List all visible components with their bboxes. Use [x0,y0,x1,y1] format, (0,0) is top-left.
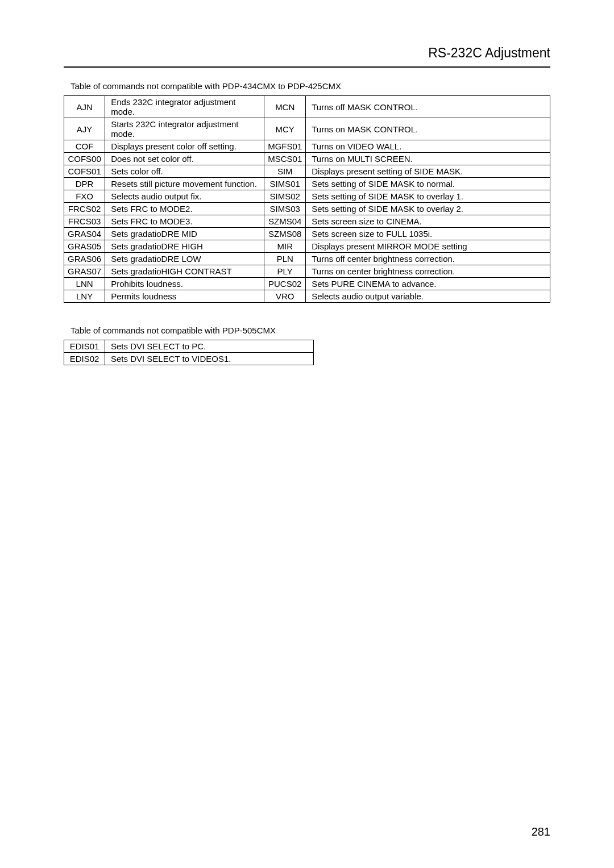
command-description: Sets setting of SIDE MASK to overlay 1. [306,190,550,203]
command-code: DPR [64,178,105,190]
table-row: COFS01Sets color off.SIMDisplays present… [64,165,550,178]
command-description: Sets DVI SELECT to VIDEOS1. [105,353,314,365]
command-code: SZMS04 [264,215,306,228]
command-code: MGFS01 [264,140,306,153]
table-row: FRCS03Sets FRC to MODE3.SZMS04Sets scree… [64,215,550,228]
command-code: COFS00 [64,153,105,165]
command-code: AJN [64,96,105,118]
command-code: VRO [264,290,306,303]
command-description: Turns off center brightness correction. [306,253,550,265]
commands-table-2: EDIS01Sets DVI SELECT to PC.EDIS02Sets D… [64,340,314,365]
command-code: EDIS01 [64,340,105,353]
command-code: FRCS02 [64,203,105,215]
command-description: Sets screen size to CINEMA. [306,215,550,228]
commands-table-1: AJNEnds 232C integrator adjustment mode.… [64,95,550,303]
command-code: MIR [264,240,306,253]
command-description: Sets gradatioDRE MID [105,228,264,240]
command-description: Displays present MIRROR MODE setting [306,240,550,253]
table-row: FRCS02Sets FRC to MODE2.SIMS03Sets setti… [64,203,550,215]
command-description: Sets setting of SIDE MASK to overlay 2. [306,203,550,215]
command-description: Sets DVI SELECT to PC. [105,340,314,353]
table-row: DPRResets still picture movement functio… [64,178,550,190]
command-description: Sets gradatioDRE LOW [105,253,264,265]
command-description: Sets screen size to FULL 1035i. [306,228,550,240]
table1-caption: Table of commands not compatible with PD… [70,81,550,91]
command-code: PLN [264,253,306,265]
table-row: GRAS06Sets gradatioDRE LOWPLNTurns off c… [64,253,550,265]
command-description: Turns on MULTI SCREEN. [306,153,550,165]
command-code: FRCS03 [64,215,105,228]
command-code: LNY [64,290,105,303]
command-description: Sets color off. [105,165,264,178]
command-description: Sets gradatioHIGH CONTRAST [105,265,264,278]
command-code: PLY [264,265,306,278]
table-row: EDIS02Sets DVI SELECT to VIDEOS1. [64,353,314,365]
command-code: SIMS01 [264,178,306,190]
command-description: Turns off MASK CONTROL. [306,96,550,118]
page-title: RS-232C Adjustment [64,45,550,68]
command-description: Turns on center brightness correction. [306,265,550,278]
command-description: Displays present setting of SIDE MASK. [306,165,550,178]
command-description: Sets gradatioDRE HIGH [105,240,264,253]
table-row: GRAS04Sets gradatioDRE MIDSZMS08Sets scr… [64,228,550,240]
command-code: AJY [64,118,105,140]
command-code: MCN [264,96,306,118]
command-code: FXO [64,190,105,203]
page-number: 281 [532,825,550,838]
command-description: Turns on VIDEO WALL. [306,140,550,153]
table-row: GRAS07Sets gradatioHIGH CONTRASTPLYTurns… [64,265,550,278]
command-code: MSCS01 [264,153,306,165]
command-code: GRAS04 [64,228,105,240]
command-description: Does not set color off. [105,153,264,165]
command-description: Prohibits loudness. [105,278,264,290]
command-code: SIMS02 [264,190,306,203]
table-row: COFDisplays present color off setting.MG… [64,140,550,153]
table-row: AJYStarts 232C integrator adjustment mod… [64,118,550,140]
table-row: LNNProhibits loudness.PUCS02Sets PURE CI… [64,278,550,290]
command-code: GRAS06 [64,253,105,265]
command-code: PUCS02 [264,278,306,290]
command-description: Sets setting of SIDE MASK to normal. [306,178,550,190]
command-code: GRAS05 [64,240,105,253]
command-code: LNN [64,278,105,290]
table-row: FXOSelects audio output fix.SIMS02Sets s… [64,190,550,203]
command-description: Selects audio output variable. [306,290,550,303]
command-code: COF [64,140,105,153]
table-row: LNYPermits loudnessVROSelects audio outp… [64,290,550,303]
command-description: Permits loudness [105,290,264,303]
command-description: Starts 232C integrator adjustment mode. [105,118,264,140]
command-code: SIM [264,165,306,178]
command-description: Displays present color off setting. [105,140,264,153]
command-code: MCY [264,118,306,140]
command-description: Ends 232C integrator adjustment mode. [105,96,264,118]
command-description: Resets still picture movement function. [105,178,264,190]
command-description: Selects audio output fix. [105,190,264,203]
table-row: COFS00Does not set color off.MSCS01Turns… [64,153,550,165]
command-code: SZMS08 [264,228,306,240]
command-description: Sets PURE CINEMA to advance. [306,278,550,290]
command-code: SIMS03 [264,203,306,215]
command-description: Turns on MASK CONTROL. [306,118,550,140]
table2-caption: Table of commands not compatible with PD… [70,326,550,335]
command-description: Sets FRC to MODE3. [105,215,264,228]
table-row: EDIS01Sets DVI SELECT to PC. [64,340,314,353]
table-row: AJNEnds 232C integrator adjustment mode.… [64,96,550,118]
table-row: GRAS05Sets gradatioDRE HIGHMIRDisplays p… [64,240,550,253]
command-description: Sets FRC to MODE2. [105,203,264,215]
command-code: EDIS02 [64,353,105,365]
command-code: GRAS07 [64,265,105,278]
command-code: COFS01 [64,165,105,178]
